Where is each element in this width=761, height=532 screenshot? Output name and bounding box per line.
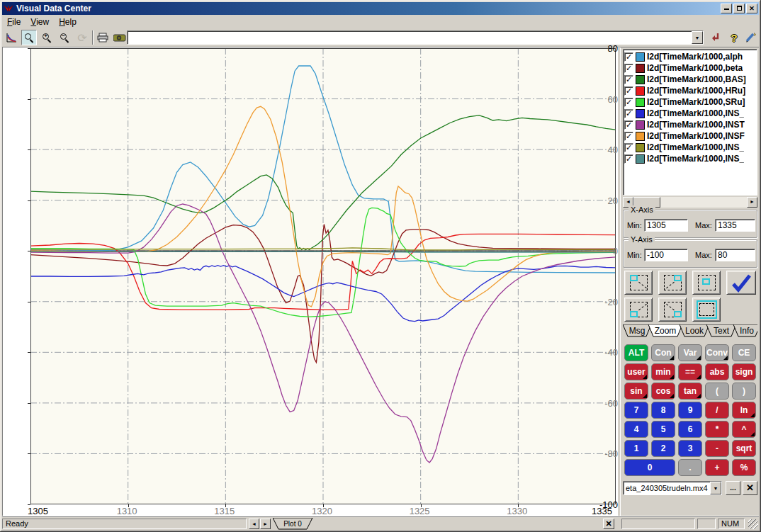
apply-button[interactable] <box>707 30 723 45</box>
zoom-bottom-right-button[interactable] <box>658 298 687 322</box>
side-tab-label[interactable]: Msg <box>629 326 646 336</box>
plot-tab-label[interactable]: Plot 0 <box>283 520 302 528</box>
close-button[interactable]: ✕ <box>746 4 757 13</box>
file-combobox[interactable]: eta_240305trudeln.mx4 ▼ <box>623 481 722 495</box>
legend-checkbox[interactable]: ✓ <box>624 132 633 141</box>
menu-help[interactable]: Help <box>54 16 81 28</box>
calc-button-conv[interactable]: Conv <box>705 344 729 361</box>
tab-scroll-right-icon[interactable]: ► <box>260 519 271 529</box>
scroll-right-icon[interactable]: ► <box>747 197 757 208</box>
tab-scroll-left-icon[interactable]: ◄ <box>249 519 259 529</box>
zoom-bottom-left-button[interactable] <box>624 298 653 322</box>
calc-button-7[interactable]: 7 <box>624 402 648 419</box>
calc-button-user[interactable]: user <box>624 363 648 380</box>
calc-button-tan[interactable]: tan <box>678 383 702 400</box>
side-tab-label[interactable]: Text <box>714 326 730 336</box>
legend-row[interactable]: ✓I2d[TimeMark/1000,INS_ <box>624 108 756 119</box>
calc-button-ce[interactable]: CE <box>732 344 756 361</box>
chevron-down-icon[interactable]: ▼ <box>692 31 703 44</box>
legend-checkbox[interactable]: ✓ <box>624 120 633 130</box>
legend-list[interactable]: ✓I2d[TimeMark/1000,alph✓I2d[TimeMark/100… <box>623 49 757 196</box>
chart-icon[interactable] <box>4 30 19 45</box>
zoom-apply-button[interactable] <box>726 271 756 295</box>
calc-button-var[interactable]: Var <box>678 344 702 361</box>
calc-button-sign[interactable]: sign <box>732 363 756 380</box>
calc-button-8[interactable]: 8 <box>651 402 675 419</box>
legend-checkbox[interactable]: ✓ <box>624 109 633 118</box>
menu-file[interactable]: File <box>2 16 26 28</box>
legend-row[interactable]: ✓I2d[TimeMark/1000,SRu] <box>624 96 756 108</box>
side-tab-label[interactable]: Zoom <box>655 326 677 336</box>
legend-row[interactable]: ✓I2d[TimeMark/1000,INS_ <box>624 142 756 153</box>
help-button[interactable]: ? <box>726 30 742 45</box>
calc-button-5[interactable]: 5 <box>651 421 675 438</box>
legend-checkbox[interactable]: ✓ <box>624 75 633 84</box>
calc-button-x[interactable]: + <box>705 459 729 476</box>
calc-button-ln[interactable]: ln <box>732 402 756 419</box>
legend-row[interactable]: ✓I2d[TimeMark/1000,BAS] <box>624 74 756 85</box>
chevron-down-icon[interactable]: ▼ <box>710 482 721 494</box>
calc-button-6[interactable]: 6 <box>678 421 702 438</box>
legend-checkbox[interactable]: ✓ <box>624 86 633 96</box>
calc-button-xx[interactable]: == <box>678 363 702 380</box>
legend-row[interactable]: ✓I2d[TimeMark/1000,INSF <box>624 130 756 142</box>
zoom-center-button[interactable] <box>692 271 721 295</box>
legend-checkbox[interactable]: ✓ <box>624 154 633 164</box>
zoom-in-button[interactable]: + <box>39 30 55 45</box>
title-bar[interactable]: Visual Data Center ✕ <box>2 2 759 15</box>
calc-button-sqrt[interactable]: sqrt <box>732 440 756 457</box>
calc-button-x[interactable]: / <box>705 402 729 419</box>
calc-button-2[interactable]: 2 <box>651 440 675 457</box>
x-max-input[interactable] <box>715 219 755 232</box>
close-plot-icon[interactable]: ✕ <box>603 519 614 529</box>
legend-row[interactable]: ✓I2d[TimeMark/1000,HRu] <box>624 85 756 96</box>
resize-grip[interactable] <box>748 519 758 529</box>
snapshot-button[interactable] <box>112 30 128 45</box>
zoom-select-button[interactable] <box>21 30 37 45</box>
legend-checkbox[interactable]: ✓ <box>624 64 633 73</box>
y-max-input[interactable] <box>715 249 755 261</box>
calc-button-4[interactable]: 4 <box>624 421 648 438</box>
remove-file-button[interactable]: ✕ <box>743 481 757 495</box>
zoom-top-right-button[interactable] <box>658 271 687 295</box>
zoom-out-full-button[interactable] <box>692 298 721 322</box>
calc-button-9[interactable]: 9 <box>678 402 702 419</box>
side-tab-label[interactable]: Info <box>740 326 754 336</box>
calc-button-x[interactable]: - <box>705 440 729 457</box>
edit-button[interactable] <box>743 30 759 45</box>
expression-combobox[interactable]: ▼ <box>127 30 704 45</box>
legend-row[interactable]: ✓I2d[TimeMark/1000,beta <box>624 62 756 74</box>
calc-button-min[interactable]: min <box>651 363 675 380</box>
legend-row[interactable]: ✓I2d[TimeMark/1000,alph <box>624 51 756 62</box>
legend-row[interactable]: ✓I2d[TimeMark/1000,INS_ <box>624 153 756 164</box>
zoom-top-left-button[interactable] <box>624 271 653 295</box>
menu-view[interactable]: View <box>26 16 54 28</box>
calc-button-x[interactable]: ( <box>705 383 729 400</box>
calc-button-3[interactable]: 3 <box>678 440 702 457</box>
calc-button-0[interactable]: 0 <box>624 459 675 476</box>
chart[interactable] <box>30 48 616 504</box>
x-min-input[interactable] <box>644 219 688 232</box>
legend-checkbox[interactable]: ✓ <box>624 98 633 107</box>
y-min-input[interactable] <box>644 249 688 261</box>
minimize-button[interactable] <box>721 4 732 13</box>
calc-button-x[interactable]: % <box>732 459 756 476</box>
calc-button-con[interactable]: Con <box>651 344 675 361</box>
legend-row[interactable]: ✓I2d[TimeMark/1000,INST <box>624 119 756 130</box>
calc-button-1[interactable]: 1 <box>624 440 648 457</box>
calc-button-x[interactable]: ) <box>732 383 756 400</box>
calc-button-x[interactable]: ^ <box>732 421 756 438</box>
side-tab-label[interactable]: Look <box>685 326 704 336</box>
calc-button-x[interactable]: * <box>705 421 729 438</box>
legend-checkbox[interactable]: ✓ <box>624 143 633 152</box>
zoom-out-button[interactable]: − <box>57 30 72 45</box>
legend-checkbox[interactable]: ✓ <box>624 52 633 62</box>
calc-button-x[interactable]: . <box>678 459 702 476</box>
plot-canvas[interactable] <box>30 48 616 504</box>
calc-button-alt[interactable]: ALT <box>624 344 648 361</box>
print-button[interactable] <box>95 30 111 45</box>
maximize-button[interactable] <box>733 4 745 13</box>
browse-button[interactable]: ... <box>726 481 740 495</box>
calc-button-abs[interactable]: abs <box>705 363 729 380</box>
calc-button-sin[interactable]: sin <box>624 383 648 400</box>
